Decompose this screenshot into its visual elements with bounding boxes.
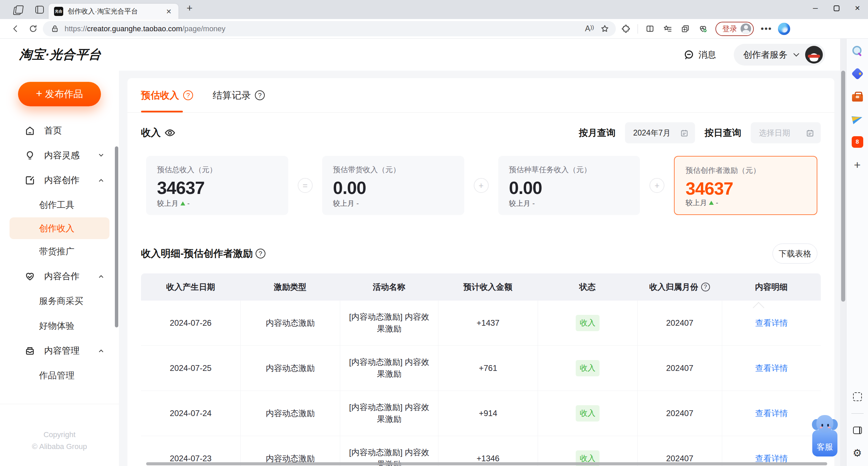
copyright-footer: Copyright © Alibaba Group [0,404,119,466]
summary-cards: 预估总收入（元） 34637 较上月- = 预估带货收入（元） 0.00 较上月… [146,156,817,215]
chevron-up-icon [99,350,103,354]
help-icon[interactable]: ? [183,90,193,100]
view-details-link[interactable]: 查看详情 [755,317,788,329]
toolbox-icon[interactable] [851,90,864,103]
plus-operator: + [649,178,664,193]
new-tab-button[interactable]: + [183,2,196,14]
edge-sidebar-rail: 8 + ⚙ [846,39,868,466]
customer-service-widget[interactable]: 客服 [812,415,837,456]
site-logo[interactable]: 淘宝·光合平台 [19,46,102,63]
read-aloud-icon[interactable]: A)) [585,24,594,33]
view-details-link[interactable]: 查看详情 [755,362,788,374]
inbox-icon [24,345,35,356]
messages-button[interactable]: 消息 [683,49,716,61]
settings-gear-icon[interactable]: ⚙ [851,446,864,460]
favorite-star-icon[interactable] [599,21,610,37]
send-plane-icon[interactable] [851,112,864,126]
sidebar-item-creation-tools[interactable]: 创作工具 [0,193,119,217]
table-body: 2024-07-26 内容动态激励 [内容动态激励] 内容效果激励 +1437 … [141,301,821,466]
search-icon[interactable] [851,44,864,58]
signin-button[interactable]: 登录 [715,22,754,36]
qq-avatar[interactable] [805,46,823,64]
table-row: 2024-07-25 内容动态激励 [内容动态激励] 内容效果激励 +761 收… [141,346,821,391]
split-screen-icon[interactable] [642,21,658,37]
sidebar-item-cooperation[interactable]: 内容合作 [0,264,119,289]
chevron-down-icon [99,152,103,157]
sidebar-scrollbar[interactable] [115,146,118,327]
tab-actions-icon[interactable] [35,6,44,14]
tab-settlement-records[interactable]: 结算记录 ? [213,78,265,112]
settings-more-icon[interactable]: ••• [759,21,774,37]
address-bar[interactable]: https://creator.guanghe.taobao.com/page/… [43,21,616,36]
refresh-button[interactable] [25,21,41,37]
chevron-down-icon [794,51,799,57]
content-card: 预估收入 ? 结算记录 ? 收入 [127,78,834,466]
day-picker-input[interactable]: 选择日期 [751,122,821,143]
workspaces-icon[interactable] [14,5,22,14]
card-seeding-task-income[interactable]: 预估种草任务收入（元） 0.00 较上月- [498,156,640,215]
sidebar-item-inspiration[interactable]: 内容灵感 [0,143,119,168]
page-scrollbar[interactable] [840,39,846,466]
rail-divider [851,413,864,414]
sidebar-item-service-purchase[interactable]: 服务商采买 [0,289,119,313]
income-section-title: 收入 [141,126,176,140]
sidebar-item-creation-income[interactable]: 创作收入 [10,217,109,239]
calendar-icon [805,128,815,138]
help-icon[interactable]: ? [256,249,265,258]
shopping-tag-icon[interactable] [851,67,864,80]
window-maximize-button[interactable] [826,0,847,16]
status-badge: 收入 [576,405,600,421]
add-app-icon[interactable]: + [851,158,864,172]
copilot-icon[interactable] [776,21,792,37]
trend-up-icon [180,201,185,205]
scrollbar-thumb[interactable] [841,71,845,302]
collections-icon[interactable] [677,21,693,37]
card-total-income[interactable]: 预估总收入（元） 34637 较上月- [146,156,288,215]
trend-up-icon [709,201,714,205]
sidebar-item-promotion[interactable]: 带货推广 [0,239,119,264]
eye-icon[interactable] [164,127,176,139]
sidebar-item-works-management[interactable]: 作品管理 [0,363,119,388]
sidebar-item-management[interactable]: 内容管理 [0,338,119,363]
card-sales-income[interactable]: 预估带货收入（元） 0.00 较上月- [322,156,464,215]
toolbar-divider [638,24,638,34]
elephant-mascot-icon [812,415,837,434]
message-bubble-icon [683,49,694,60]
lightbulb-icon [24,150,35,161]
browser-tab[interactable]: 光合 创作收入·淘宝光合平台 ✕ [49,4,178,19]
income-detail-table: 收入产生日期 激励类型 活动名称 预计收入金额 状态 收入归属月份? 内容明细 … [141,273,821,466]
download-table-button[interactable]: 下载表格 [772,244,817,264]
main-area: 预估收入 ? 结算记录 ? 收入 [119,71,840,466]
table-row: 2024-07-23 内容动态激励 [内容动态激励] 内容效果激励 +1346 … [141,436,821,466]
window-close-button[interactable]: ✕ [847,0,868,16]
help-icon[interactable]: ? [255,90,265,100]
table-header-row: 收入产生日期 激励类型 活动名称 预计收入金额 状态 收入归属月份? 内容明细 [141,273,821,301]
sidebar-item-home[interactable]: 首页 [0,118,119,143]
site-header: 淘宝·光合平台 消息 创作者服务 [0,39,840,71]
sidebar-panel-icon[interactable] [851,424,864,437]
extensions-icon[interactable] [618,21,633,37]
status-badge: 收入 [576,360,600,376]
favorites-list-icon[interactable] [660,21,675,37]
browser-window: 光合 创作收入·淘宝光合平台 ✕ + ─ ✕ https://creator.g… [0,0,868,466]
publish-work-button[interactable]: + 发布作品 [18,82,101,106]
kuaishou-icon[interactable]: 8 [851,135,864,149]
lock-icon[interactable] [50,24,60,34]
card-creator-incentive[interactable]: 预估创作者激励（元） 34637 较上月- [674,156,817,215]
month-query-label: 按月查询 [579,127,615,139]
browser-essentials-icon[interactable] [695,21,711,37]
creator-service-dropdown[interactable]: 创作者服务 [734,44,825,66]
month-picker-input[interactable]: 2024年7月 [625,122,695,143]
url-text: https://creator.guanghe.taobao.com/page/… [65,24,580,33]
tab-close-icon[interactable]: ✕ [164,7,174,16]
back-button[interactable] [7,21,23,37]
capture-icon[interactable] [851,390,864,404]
sidebar-item-creation[interactable]: 内容创作 [0,168,119,193]
sidebar-item-good-trial[interactable]: 好物体验 [0,313,119,338]
view-details-link[interactable]: 查看详情 [755,408,788,419]
help-icon[interactable]: ? [701,283,710,291]
horizontal-scrollbar[interactable] [146,462,827,465]
equals-operator: = [298,178,313,193]
tab-estimated-income[interactable]: 预估收入 ? [141,78,193,112]
window-minimize-button[interactable]: ─ [805,0,826,16]
